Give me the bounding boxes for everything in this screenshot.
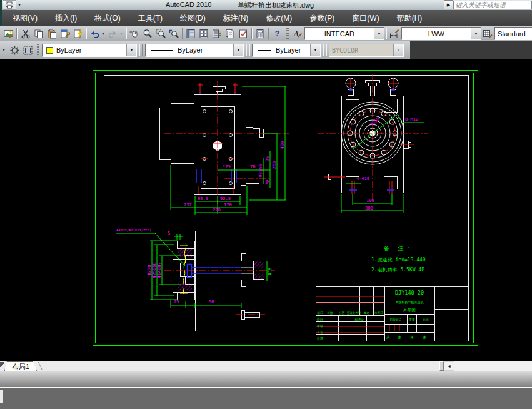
svg-text:300: 300 <box>365 206 373 211</box>
svg-text:标记: 标记 <box>317 311 324 315</box>
lineweight-dropdown-icon[interactable]: ▼ <box>310 44 320 56</box>
svg-text:比例: 比例 <box>423 318 429 322</box>
text-style-combo[interactable]: INTECAD ▼ <box>304 27 384 40</box>
svg-text:Φ43H7/Φ6(H12/7E6): Φ43H7/Φ6(H12/7E6) <box>116 228 151 232</box>
svg-text:张: 张 <box>423 335 426 340</box>
table-style-icon[interactable] <box>481 28 494 40</box>
lineweight-value: ByLayer <box>276 46 310 54</box>
new-drawing-icon[interactable] <box>2 28 15 40</box>
svg-text:70: 70 <box>265 180 270 185</box>
scroll-left-button[interactable]: ◄ <box>444 361 454 371</box>
dim-style-combo[interactable]: LWW ▼ <box>401 27 481 40</box>
copy-icon[interactable] <box>32 28 45 40</box>
properties-palette-icon[interactable] <box>184 28 198 40</box>
svg-text:阶段标记: 阶段标记 <box>390 318 402 322</box>
paste-icon[interactable] <box>45 28 58 40</box>
menu-help[interactable]: 帮助(H) <box>388 13 431 24</box>
view-front: Φ258 8-M12 4-Φ19 190 300 <box>318 74 428 213</box>
title-bar: ▼ AutoCAD 2010 单螺杆挤出机减速机.dwg ▶ <box>0 0 532 11</box>
text-style-icon[interactable]: A <box>291 28 304 40</box>
svg-text:设计: 设计 <box>316 318 323 321</box>
svg-text:125: 125 <box>223 164 231 169</box>
menu-parametric[interactable]: 参数(P) <box>301 13 343 24</box>
svg-text:Φ258: Φ258 <box>369 116 381 127</box>
menu-insert[interactable]: 插入(I) <box>46 13 86 24</box>
svg-text:签名: 签名 <box>364 311 369 315</box>
drawing-area[interactable]: 92.5 92.5 232 170 220 125 70 Φ35h6 25 70… <box>0 59 532 361</box>
svg-text:220: 220 <box>213 208 221 213</box>
view-section: Φ43H7/Φ6(H12/7E6) 5 Φ270 Φ250h8 Φ140H7 2… <box>116 228 275 331</box>
autocad-window: ▼ AutoCAD 2010 单螺杆挤出机减速机.dwg ▶ 视图(V) 插入(… <box>0 0 532 409</box>
clipped-dropdown-icon[interactable]: ▼ <box>2 48 6 52</box>
toolbar-grip[interactable] <box>37 44 39 56</box>
notes: 备 注： 1.减速比 iex=19.440 2.电机功率 5.5KW-4P <box>371 245 426 273</box>
svg-text:单螺杆挤出机减速机: 单螺杆挤出机减速机 <box>396 300 424 305</box>
pan-icon[interactable] <box>128 28 141 40</box>
menu-draw[interactable]: 绘图(D) <box>171 13 214 24</box>
toolbar-grip[interactable] <box>286 28 289 40</box>
update-fields-icon[interactable] <box>71 28 84 40</box>
svg-text:170: 170 <box>224 203 232 208</box>
tool-palettes-icon[interactable] <box>211 28 224 40</box>
title-block: DJY140-20 单螺杆挤出机减速机 外形图 标记 处数 分区 更改文件号 签… <box>316 287 469 341</box>
redo-dropdown-icon[interactable]: ▼ <box>119 32 123 36</box>
dim-style-dropdown-icon[interactable]: ▼ <box>471 28 481 39</box>
match-properties-icon[interactable] <box>58 28 71 40</box>
svg-text:审核: 审核 <box>317 324 323 328</box>
layer-properties-icon[interactable] <box>8 44 21 56</box>
menu-modify[interactable]: 修改(M) <box>257 13 301 24</box>
app-title: AutoCAD 2010 <box>166 1 211 8</box>
svg-text:更改文件号: 更改文件号 <box>347 311 361 315</box>
menu-bar: 视图(V) 插入(I) 格式(O) 工具(T) 绘图(D) 标注(N) 修改(M… <box>0 10 532 26</box>
qat-dropdown-icon[interactable]: ▼ <box>18 3 21 7</box>
horizontal-scrollbar[interactable]: ◄ <box>439 361 532 371</box>
menu-view[interactable]: 视图(V) <box>4 13 46 24</box>
quickcalc-icon[interactable] <box>254 28 267 40</box>
sheetset-manager-icon[interactable] <box>224 28 237 40</box>
zoom-window-icon[interactable] <box>154 28 168 40</box>
menu-tools[interactable]: 工具(T) <box>129 13 171 24</box>
designcenter-icon[interactable] <box>198 28 211 40</box>
tab-layout1[interactable]: 布局1 <box>4 361 37 371</box>
drawing-canvas[interactable]: 92.5 92.5 232 170 220 125 70 Φ35h6 25 70… <box>0 59 532 361</box>
lineweight-combo[interactable]: ByLayer ▼ <box>252 44 321 57</box>
color-swatch-icon <box>46 47 53 54</box>
menu-dimension[interactable]: 标注(N) <box>214 13 258 24</box>
help-icon[interactable]: ? <box>271 28 284 40</box>
cut-icon[interactable] <box>19 28 32 40</box>
layout-tab-strip: 布局1 <box>0 361 439 371</box>
svg-text:Φ35h6: Φ35h6 <box>258 164 263 177</box>
infocenter: ▶ <box>444 0 532 9</box>
svg-text:工艺: 工艺 <box>317 330 323 334</box>
undo-dropdown-icon[interactable]: ▼ <box>101 32 105 36</box>
text-style-dropdown-icon[interactable]: ▼ <box>374 28 384 39</box>
svg-text:4-Φ19: 4-Φ19 <box>356 176 369 181</box>
dim-style-icon[interactable] <box>388 28 401 40</box>
table-style-combo[interactable]: Standard ▼ <box>494 27 532 40</box>
menu-window[interactable]: 窗口(W) <box>343 13 388 24</box>
layer-states-icon[interactable] <box>21 44 34 56</box>
markup-manager-icon[interactable] <box>237 28 250 40</box>
properties-toolbar-row: ▼ ByLayer ▼ ByLayer ▼ ByLayer ▼ <box>0 41 532 59</box>
linetype-dropdown-icon[interactable]: ▼ <box>233 44 243 56</box>
search-input[interactable] <box>453 1 532 9</box>
infocenter-arrow-icon[interactable]: ▶ <box>444 0 453 9</box>
tab-layout1-label: 布局1 <box>12 362 29 371</box>
standard-toolbar: ▼ ▼ ? A INTECAD ▼ LWW ▼ Standard <box>0 26 532 41</box>
redo-icon[interactable] <box>106 28 119 40</box>
zoom-previous-icon[interactable] <box>168 28 181 40</box>
scrollbar-splitter-handle[interactable] <box>439 361 444 371</box>
color-dropdown-icon[interactable]: ▼ <box>126 44 136 56</box>
zoom-realtime-icon[interactable] <box>141 28 154 40</box>
plot-quick-button[interactable] <box>3 0 16 10</box>
linetype-combo[interactable]: ByLayer ▼ <box>145 44 244 57</box>
svg-text:外形图: 外形图 <box>403 308 416 313</box>
command-window-area[interactable] <box>0 388 532 409</box>
color-combo[interactable]: ByLayer ▼ <box>42 44 137 57</box>
svg-text:处数: 处数 <box>328 311 334 315</box>
undo-icon[interactable] <box>88 28 101 40</box>
svg-text:Φ250h8: Φ250h8 <box>152 262 157 278</box>
plot-style-value: BYCOLOR <box>329 47 393 54</box>
command-window-grip[interactable] <box>0 371 532 387</box>
menu-format[interactable]: 格式(O) <box>86 13 129 24</box>
